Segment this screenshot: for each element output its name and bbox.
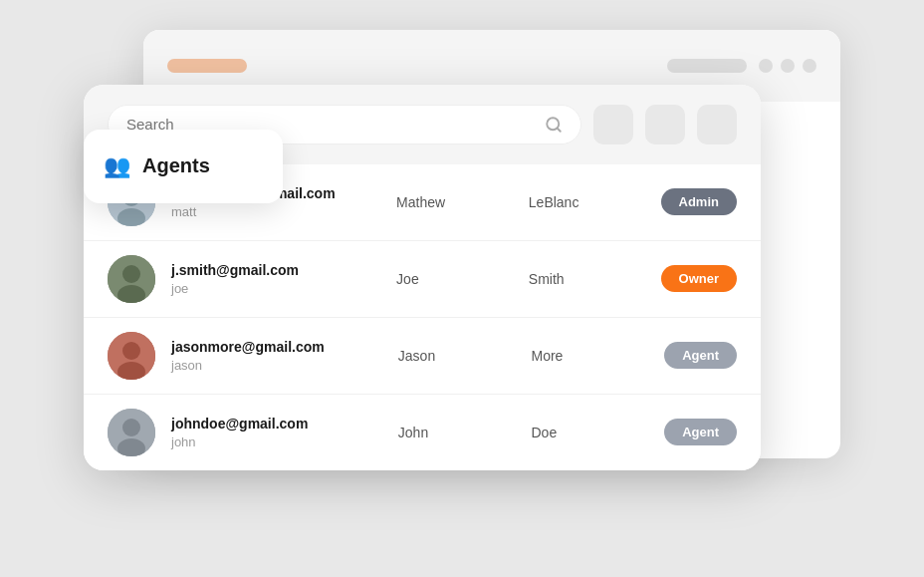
user-lastname: LeBlanc xyxy=(529,194,645,210)
user-username: matt xyxy=(171,204,380,219)
user-lastname: More xyxy=(531,348,648,364)
avatar xyxy=(108,332,155,380)
avatar xyxy=(108,409,155,456)
avatar-image-jason xyxy=(108,332,155,380)
bg-bar-decoration xyxy=(167,59,247,73)
avatar-image-john xyxy=(108,409,155,456)
search-icon xyxy=(545,116,563,134)
role-badge: Agent xyxy=(664,419,737,445)
user-firstname: Joe xyxy=(396,271,513,287)
user-email: johndoe@gmail.com xyxy=(171,416,382,432)
user-username: jason xyxy=(171,358,382,373)
user-email: j.smith@gmail.com xyxy=(171,262,380,278)
svg-point-9 xyxy=(122,342,140,360)
action-button-3[interactable] xyxy=(697,105,737,144)
role-badge: Agent xyxy=(664,342,737,369)
user-firstname: Jason xyxy=(398,348,516,364)
bg-dots xyxy=(759,59,816,73)
role-badge: Admin xyxy=(661,188,737,215)
bg-bar-decoration2 xyxy=(667,59,747,73)
table-row[interactable]: johndoe@gmail.com john John Doe Agent xyxy=(84,395,761,470)
user-lastname: Doe xyxy=(531,425,648,440)
user-firstname: Mathew xyxy=(396,194,513,210)
users-table: matt.leblanc@gmail.com matt Mathew LeBla… xyxy=(84,164,761,470)
user-info: johndoe@gmail.com john xyxy=(171,416,382,449)
user-info: jasonmore@gmail.com jason xyxy=(171,339,382,373)
svg-point-6 xyxy=(122,265,140,283)
role-badge: Owner xyxy=(661,265,737,292)
action-button-1[interactable] xyxy=(593,105,633,144)
user-firstname: John xyxy=(398,425,516,440)
user-username: john xyxy=(171,434,382,449)
agents-panel: 👥 Agents xyxy=(84,130,283,203)
avatar-image-joe xyxy=(108,255,155,303)
agents-icon: 👥 xyxy=(104,153,130,179)
avatar xyxy=(108,255,155,303)
user-info: j.smith@gmail.com joe xyxy=(171,262,380,296)
svg-line-1 xyxy=(557,128,560,131)
table-row[interactable]: j.smith@gmail.com joe Joe Smith Owner xyxy=(84,241,761,318)
user-lastname: Smith xyxy=(529,271,645,287)
table-row[interactable]: jasonmore@gmail.com jason Jason More Age… xyxy=(84,318,761,395)
svg-point-12 xyxy=(122,419,140,436)
user-username: joe xyxy=(171,281,380,296)
agents-title: Agents xyxy=(142,154,210,177)
action-button-2[interactable] xyxy=(645,105,685,144)
user-email: jasonmore@gmail.com xyxy=(171,339,382,355)
